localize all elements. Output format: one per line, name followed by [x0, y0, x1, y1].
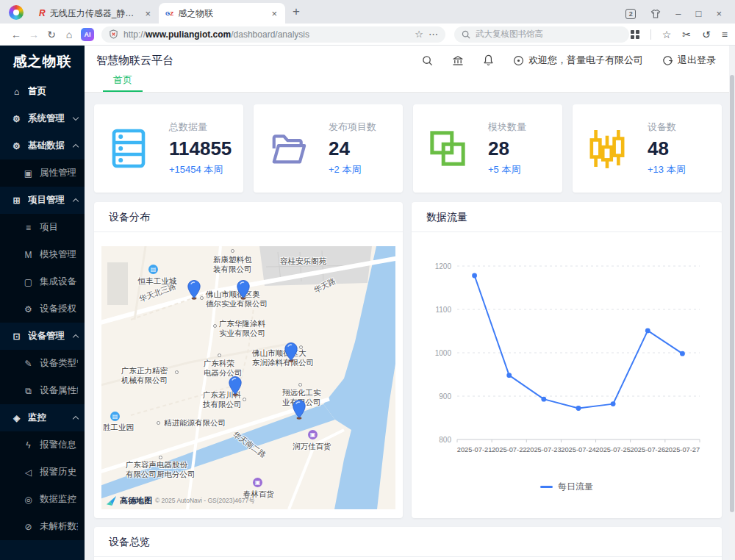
apps-grid-icon[interactable]	[631, 30, 639, 39]
map-attribution: 高德地图 © 2025 AutoNavi - GS(2023)4677号	[106, 495, 255, 506]
panel-title-data-flow: 数据流量	[412, 202, 722, 232]
tab-home[interactable]: 首页	[103, 73, 143, 92]
logout-button[interactable]: 退出登录	[662, 54, 716, 67]
gear-icon: ⚙	[11, 141, 22, 151]
browser-tabstrip: R 无线压力传感器_静力水准仪_ × GZ 感之物联 × + 2 – □ ×	[0, 0, 735, 24]
stat-card-总数据量: 总数据量114855+15454 本周	[94, 104, 243, 193]
sidebar-item-label: 设备属性绑定	[40, 384, 78, 397]
sidebar-menu: ⌂首页⚙系统管理⚙基础数据▣属性管理⊞项目管理≡项目M模块管理▢集成设备⚙设备授…	[0, 78, 85, 540]
sidebar-item-报警信息[interactable]: ϟ报警信息	[0, 431, 85, 459]
sidebar-item-系统管理[interactable]: ⚙系统管理	[0, 105, 85, 132]
home-icon: ⌂	[11, 87, 22, 97]
sidebar-item-未解析数据[interactable]: ⊘未解析数据	[0, 513, 85, 540]
sidebar-item-label: 项目	[40, 221, 58, 234]
chart-legend[interactable]: 每日流量	[416, 481, 717, 493]
ai-assistant-button[interactable]: AI	[81, 28, 94, 41]
browser-tab-2-active[interactable]: GZ 感之物联 ×	[159, 3, 285, 24]
forward-button[interactable]: →	[25, 29, 43, 40]
close-button[interactable]: ×	[716, 8, 722, 19]
sidebar-item-设备属性绑定[interactable]: ⧉设备属性绑定	[0, 377, 85, 404]
search-placeholder: 武大复核图书馆高	[476, 29, 543, 40]
sidebar-item-基础数据[interactable]: ⚙基础数据	[0, 132, 85, 159]
chevron-down-icon	[73, 115, 79, 121]
logout-icon	[662, 55, 673, 66]
map-poi-label: 广东正力精密机械有限公司	[121, 366, 168, 384]
map-marker-icon[interactable]	[237, 280, 250, 300]
stat-card-模块数量: 模块数量28+5 本周	[413, 104, 562, 193]
device-overview-panel: 设备总览	[94, 527, 722, 560]
sidebar-item-设备授权[interactable]: ⚙设备授权	[0, 295, 85, 323]
svg-text:2025-07-27: 2025-07-27	[665, 446, 700, 453]
tab1-favicon: R	[39, 8, 46, 18]
bell-icon[interactable]	[483, 54, 494, 66]
stat-value: 48	[648, 137, 686, 160]
candles-icon	[589, 128, 625, 169]
bank-icon[interactable]	[452, 55, 464, 66]
reload-button[interactable]: ↻	[43, 29, 60, 40]
sidebar-item-集成设备[interactable]: ▢集成设备	[0, 268, 85, 295]
sidebar-item-报警历史[interactable]: ◁报警历史	[0, 459, 85, 486]
browser-logo-icon[interactable]	[9, 5, 24, 20]
gear-icon: ⚙	[23, 304, 34, 315]
stat-delta: +5 本周	[488, 163, 526, 176]
sidebar-item-label: 报警历史	[40, 466, 76, 478]
sidebar-item-设备管理[interactable]: ⊡设备管理	[0, 323, 85, 350]
welcome-account[interactable]: 欢迎您，普量电子有限公司	[513, 54, 643, 67]
stat-label: 发布项目数	[329, 121, 376, 134]
sidebar-item-label: 未解析数据	[40, 520, 78, 533]
sidebar-item-监控[interactable]: ◈监控	[0, 404, 85, 431]
map-canvas[interactable]: 高德地图 © 2025 AutoNavi - GS(2023)4677号 华天北…	[101, 246, 395, 509]
maximize-button[interactable]: □	[696, 8, 702, 19]
map-poi-label: 恒丰工业城	[138, 276, 177, 286]
home-button[interactable]: ⌂	[60, 29, 78, 40]
poi-dot-icon	[218, 353, 221, 357]
sidebar-item-首页[interactable]: ⌂首页	[0, 78, 85, 105]
minimize-button[interactable]: –	[675, 8, 681, 19]
svg-text:1100: 1100	[435, 306, 451, 314]
browser-tab-1[interactable]: R 无线压力传感器_静力水准仪_ ×	[32, 3, 159, 24]
poi-dot-icon	[298, 383, 302, 387]
map-poi-label: 胜工业园	[103, 423, 134, 432]
modules-icon	[429, 128, 466, 169]
theme-shirt-icon[interactable]	[650, 9, 661, 19]
map-marker-icon[interactable]	[293, 400, 306, 420]
search-box[interactable]: 武大复核图书馆高	[454, 26, 629, 43]
screenshot-scissors-icon[interactable]: ✂	[682, 29, 691, 40]
sidebar-item-属性管理[interactable]: ▣属性管理	[0, 159, 85, 187]
sidebar-item-项目[interactable]: ≡项目	[0, 214, 85, 241]
tab-count-badge[interactable]: 2	[625, 9, 636, 19]
new-tab-button[interactable]: +	[293, 4, 300, 19]
sidebar-item-项目管理[interactable]: ⊞项目管理	[0, 187, 85, 214]
map-poi-label: 精进能源有限公司	[164, 418, 226, 428]
browser-menu-icon[interactable]: ≡	[722, 29, 728, 40]
sidebar: 感之物联 ⌂首页⚙系统管理⚙基础数据▣属性管理⊞项目管理≡项目M模块管理▢集成设…	[0, 46, 85, 560]
map-marker-icon[interactable]	[284, 342, 298, 362]
sidebar-item-设备类型管理[interactable]: ✎设备类型管理	[0, 350, 85, 377]
sidebar-item-模块管理[interactable]: M模块管理	[0, 241, 85, 268]
header-search-icon[interactable]	[422, 55, 433, 66]
more-options-icon[interactable]: ⋯	[429, 29, 438, 40]
device-icon: ⊡	[11, 331, 22, 342]
bookmark-star-icon[interactable]: ☆	[415, 29, 423, 40]
sidebar-item-数据监控[interactable]: ◎数据监控	[0, 486, 85, 513]
history-undo-icon[interactable]: ↺	[702, 29, 711, 40]
tab1-close-icon[interactable]: ×	[143, 8, 152, 19]
url-text[interactable]: http://www.puliangiot.com/dashboard/anal…	[123, 29, 309, 40]
favorites-icon[interactable]: ☆	[662, 29, 672, 40]
scrollbar-thumb[interactable]	[730, 75, 734, 512]
svg-text:2025-07-21: 2025-07-21	[457, 446, 492, 453]
stat-delta: +15454 本周	[169, 163, 232, 176]
map-marker-icon[interactable]	[229, 376, 242, 396]
stat-label: 模块数量	[488, 121, 526, 134]
map-marker-icon[interactable]	[187, 280, 201, 300]
address-bar[interactable]: http://www.puliangiot.com/dashboard/anal…	[101, 26, 445, 43]
insecure-shield-icon[interactable]	[109, 29, 118, 39]
back-button[interactable]: ←	[7, 29, 25, 40]
app-logo[interactable]: 感之物联	[0, 46, 85, 78]
bind-icon: ⧉	[23, 386, 34, 396]
tab1-title: 无线压力传感器_静力水准仪_	[50, 7, 140, 20]
page-scrollbar[interactable]	[729, 46, 735, 560]
tag-icon: ◈	[11, 413, 22, 423]
tab2-favicon: GZ	[165, 10, 173, 17]
tab2-close-icon[interactable]: ×	[270, 8, 279, 19]
